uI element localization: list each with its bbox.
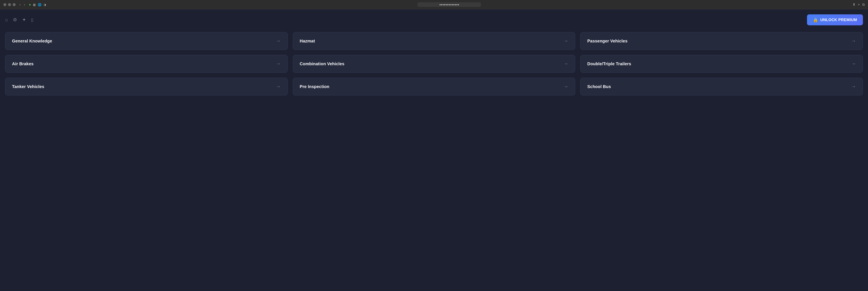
window-control-maximize[interactable] <box>13 3 16 6</box>
ext-icon-1: ● <box>29 3 31 6</box>
settings-icon[interactable]: ⚙ <box>13 17 17 23</box>
brightness-icon[interactable]: ✦ <box>22 17 26 23</box>
category-label-pre-inspection: Pre Inspection <box>300 84 330 89</box>
category-card-school-bus[interactable]: School Bus → <box>580 78 863 95</box>
category-label-hazmat: Hazmat <box>300 39 315 43</box>
app-container: ⌂ ⚙ ✦ ▯ 🔒 UNLOCK PREMIUM General Knowled… <box>0 9 868 291</box>
arrow-icon-pre-inspection: → <box>564 84 568 89</box>
arrow-icon-combination-vehicles: → <box>564 61 568 66</box>
category-label-tanker-vehicles: Tanker Vehicles <box>12 84 44 89</box>
forward-arrow[interactable]: › <box>23 2 26 7</box>
arrow-icon-hazmat: → <box>564 38 568 44</box>
category-label-double-triple-trailers: Double/Triple Trailers <box>587 61 631 66</box>
address-bar[interactable] <box>49 2 850 7</box>
category-label-air-brakes: Air Brakes <box>12 61 34 66</box>
category-card-tanker-vehicles[interactable]: Tanker Vehicles → <box>5 78 288 95</box>
browser-right-icons: ⬆ + ⧉ <box>852 3 865 6</box>
category-label-passenger-vehicles: Passenger Vehicles <box>587 39 627 43</box>
tabs-icon[interactable]: ⧉ <box>862 3 865 6</box>
category-card-air-brakes[interactable]: Air Brakes → <box>5 55 288 72</box>
category-label-general-knowledge: General Knowledge <box>12 39 52 43</box>
category-card-hazmat[interactable]: Hazmat → <box>293 32 576 50</box>
share-icon[interactable]: ⬆ <box>852 3 855 6</box>
device-icon[interactable]: ▯ <box>31 17 33 22</box>
arrow-icon-passenger-vehicles: → <box>851 38 856 44</box>
category-card-double-triple-trailers[interactable]: Double/Triple Trailers → <box>580 55 863 72</box>
category-label-combination-vehicles: Combination Vehicles <box>300 61 344 66</box>
lock-icon: 🔒 <box>813 17 818 22</box>
ext-icon-3: 🌐 <box>38 3 41 6</box>
toolbar-left: ⌂ ⚙ ✦ ▯ <box>5 17 33 23</box>
new-tab-icon[interactable]: + <box>858 3 860 6</box>
arrow-icon-double-triple-trailers: → <box>851 61 856 66</box>
arrow-icon-general-knowledge: → <box>276 38 281 44</box>
url-input[interactable] <box>417 2 481 7</box>
arrow-icon-tanker-vehicles: → <box>276 84 281 89</box>
browser-chrome: ‹ › ● ▦ 🌐 ◑ ⬆ + ⧉ <box>0 0 868 9</box>
browser-controls <box>3 3 16 6</box>
category-card-general-knowledge[interactable]: General Knowledge → <box>5 32 288 50</box>
unlock-premium-label: UNLOCK PREMIUM <box>820 18 857 22</box>
category-label-school-bus: School Bus <box>587 84 611 89</box>
category-card-passenger-vehicles[interactable]: Passenger Vehicles → <box>580 32 863 50</box>
browser-extension-icons: ● ▦ 🌐 ◑ <box>29 3 46 6</box>
ext-icon-4: ◑ <box>43 3 46 6</box>
unlock-premium-button[interactable]: 🔒 UNLOCK PREMIUM <box>807 14 863 25</box>
window-control-close[interactable] <box>3 3 6 6</box>
back-arrow[interactable]: ‹ <box>18 2 22 7</box>
arrow-icon-air-brakes: → <box>276 61 281 66</box>
home-icon[interactable]: ⌂ <box>5 17 8 23</box>
browser-nav-arrows: ‹ › <box>18 2 26 7</box>
toolbar: ⌂ ⚙ ✦ ▯ 🔒 UNLOCK PREMIUM <box>5 13 863 27</box>
category-card-pre-inspection[interactable]: Pre Inspection → <box>293 78 576 95</box>
window-control-minimize[interactable] <box>8 3 11 6</box>
arrow-icon-school-bus: → <box>851 84 856 89</box>
categories-grid: General Knowledge → Hazmat → Passenger V… <box>5 32 863 95</box>
category-card-combination-vehicles[interactable]: Combination Vehicles → <box>293 55 576 72</box>
ext-icon-2: ▦ <box>33 3 36 6</box>
